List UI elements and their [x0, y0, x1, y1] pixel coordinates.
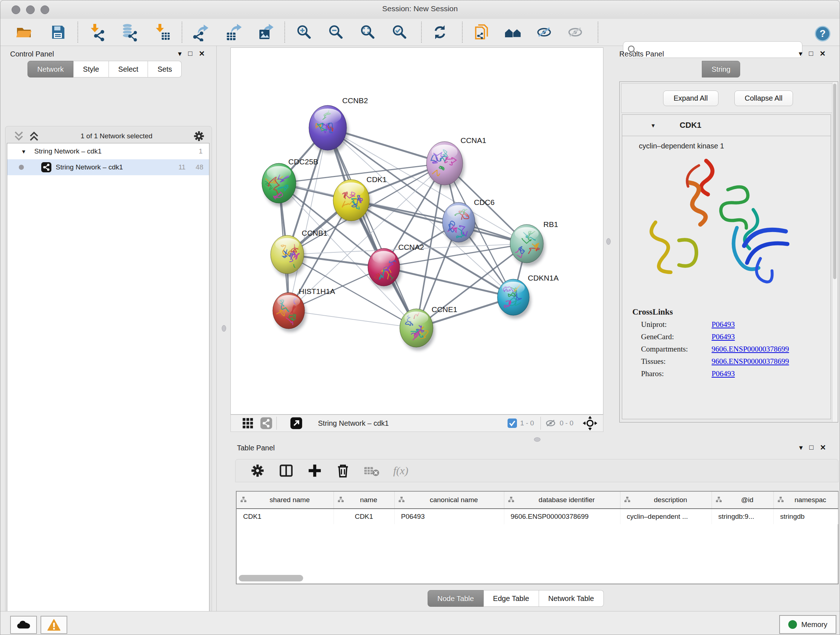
table-cell[interactable]: P06493 [394, 509, 504, 524]
share-view-icon[interactable] [260, 417, 273, 430]
export-network-button[interactable] [191, 22, 211, 42]
column-header-name[interactable]: name [333, 492, 394, 509]
crosslink-value-link[interactable]: P06493 [712, 369, 735, 378]
warning-button[interactable] [41, 616, 67, 634]
export-image-button[interactable] [256, 22, 276, 42]
column-header-description[interactable]: description [620, 492, 712, 509]
table-cell[interactable]: stringdb [774, 509, 838, 524]
memory-button[interactable]: Memory [779, 615, 836, 634]
tab-network-table[interactable]: Network Table [539, 590, 604, 607]
split-panel-icon[interactable] [278, 463, 294, 478]
zoom-in-button[interactable] [294, 22, 314, 42]
add-column-plus-icon[interactable] [307, 463, 322, 478]
network-edge[interactable] [351, 200, 527, 244]
panel-close-icon[interactable]: ✕ [820, 49, 826, 58]
grid-view-icon[interactable] [242, 417, 254, 429]
zoom-out-button[interactable] [325, 22, 346, 42]
table-cell[interactable]: 9606.ENSP00000378699 [504, 509, 620, 524]
hide-graphics-button[interactable] [534, 22, 554, 42]
table-row[interactable]: CDK1CDK1P064939606.ENSP00000378699cyclin… [237, 509, 838, 524]
cdk1-entry-header[interactable]: ▼ CDK1 [622, 115, 831, 136]
crosslink-value-link[interactable]: P06493 [712, 333, 735, 341]
network-node-RB1[interactable]: RB1 [510, 220, 558, 266]
panel-float-icon[interactable]: □ [809, 443, 813, 451]
session-snapshot-button[interactable] [471, 22, 491, 42]
column-header-@id[interactable]: @id [712, 492, 774, 509]
network-canvas[interactable]: CCNB2CCNA1CDC25BCDK1CDC6RB1CCNB1CCNA2CDK… [231, 48, 603, 415]
column-header-shared-name[interactable]: shared name [237, 492, 333, 509]
network-collection-row[interactable]: ▼ String Network – cdk1 1 [7, 143, 209, 159]
tab-edge-table[interactable]: Edge Table [484, 590, 539, 607]
table-cell[interactable]: CDK1 [237, 509, 333, 524]
column-header-namespac[interactable]: namespac [774, 492, 838, 509]
show-graphics-button[interactable] [565, 22, 585, 42]
results-scrollbar-thumb[interactable] [833, 84, 836, 279]
panel-menu-icon[interactable]: ▾ [178, 49, 182, 58]
panel-close-icon[interactable]: ✕ [199, 49, 205, 58]
entry-expanded-icon[interactable]: ▼ [651, 122, 656, 128]
network-node-HIST1H1A[interactable]: HIST1H1A [273, 287, 335, 332]
table-h-scrollbar[interactable] [237, 574, 837, 582]
zoom-selected-button[interactable] [389, 22, 409, 42]
splitter-handle[interactable] [222, 325, 226, 332]
export-table-button[interactable] [224, 22, 245, 42]
function-builder-fx-icon[interactable]: f(x) [393, 464, 409, 477]
selected-checkbox-icon[interactable] [507, 418, 517, 428]
panel-menu-icon[interactable]: ▾ [799, 49, 802, 58]
table-h-scrollbar-thumb[interactable] [239, 575, 303, 581]
table-settings-gear-icon[interactable] [250, 463, 265, 478]
network-edge[interactable] [328, 128, 416, 328]
cloud-button[interactable] [10, 616, 37, 634]
results-scrollbar[interactable] [832, 82, 837, 422]
network-node-CCNB2[interactable]: CCNB2 [309, 96, 368, 154]
table-cell[interactable]: CDK1 [333, 509, 394, 524]
collapse-all-button[interactable]: Collapse All [734, 90, 793, 106]
network-node-CCNE1[interactable]: CCNE1 [400, 305, 457, 350]
tab-select[interactable]: Select [109, 61, 148, 78]
delete-column-trash-icon[interactable] [335, 463, 351, 478]
hidden-eye-icon[interactable] [545, 418, 557, 429]
tree-expanded-icon[interactable]: ▼ [21, 149, 27, 155]
network-graph[interactable]: CCNB2CCNA1CDC25BCDK1CDC6RB1CCNB1CCNA2CDK… [231, 48, 603, 414]
tab-sets[interactable]: Sets [148, 61, 182, 78]
refresh-button[interactable] [430, 22, 450, 42]
column-header-canonical-name[interactable]: canonical name [394, 492, 504, 509]
crosslink-value-link[interactable]: P06493 [712, 320, 735, 329]
table-cell[interactable]: stringdb:9... [712, 509, 774, 524]
tab-style[interactable]: Style [73, 61, 109, 78]
import-network-database-button[interactable] [118, 22, 139, 42]
network-node-CCNA1[interactable]: CCNA1 [426, 136, 486, 188]
import-network-file-button[interactable] [87, 22, 107, 42]
panel-menu-icon[interactable]: ▾ [799, 443, 803, 452]
open-session-button[interactable] [14, 22, 34, 42]
tab-node-table[interactable]: Node Table [428, 590, 484, 607]
network-node-CDC6[interactable]: CDC6 [442, 198, 494, 245]
crosslink-value-link[interactable]: 9606.ENSP00000378699 [712, 345, 789, 354]
table-cell[interactable]: cyclin–dependent ... [620, 509, 712, 524]
column-header-database-identifier[interactable]: database identifier [504, 492, 620, 509]
delete-table-icon[interactable] [363, 463, 380, 478]
import-table-button[interactable] [152, 22, 172, 42]
home-layout-button[interactable] [503, 22, 523, 42]
expand-all-button[interactable]: Expand All [663, 90, 718, 106]
network-edge[interactable] [289, 128, 328, 310]
panel-close-icon[interactable]: ✕ [820, 443, 826, 452]
tab-string[interactable]: String [702, 61, 740, 78]
help-button[interactable]: ? [813, 24, 833, 43]
panel-float-icon[interactable]: □ [188, 50, 192, 57]
birdseye-view-icon[interactable] [290, 417, 303, 430]
panel-float-icon[interactable]: □ [809, 50, 813, 57]
entry-description: cyclin–dependent kinase 1 [639, 142, 831, 150]
collapse-all-icon[interactable] [13, 130, 25, 142]
network-row[interactable]: String Network – cdk1 11 48 [7, 159, 209, 175]
save-session-button[interactable] [48, 22, 68, 42]
network-options-gear-icon[interactable] [193, 130, 205, 142]
network-node-CDKN1A[interactable]: CDKN1A [497, 274, 559, 318]
crosslink-value-link[interactable]: 9606.ENSP00000378699 [712, 357, 789, 366]
expand-all-icon[interactable] [28, 130, 40, 142]
center-view-crosshair-icon[interactable] [583, 416, 597, 431]
zoom-fit-button[interactable] [357, 22, 378, 42]
tab-network[interactable]: Network [27, 61, 73, 78]
network-edge[interactable] [289, 310, 416, 328]
splitter-handle[interactable] [606, 238, 611, 245]
